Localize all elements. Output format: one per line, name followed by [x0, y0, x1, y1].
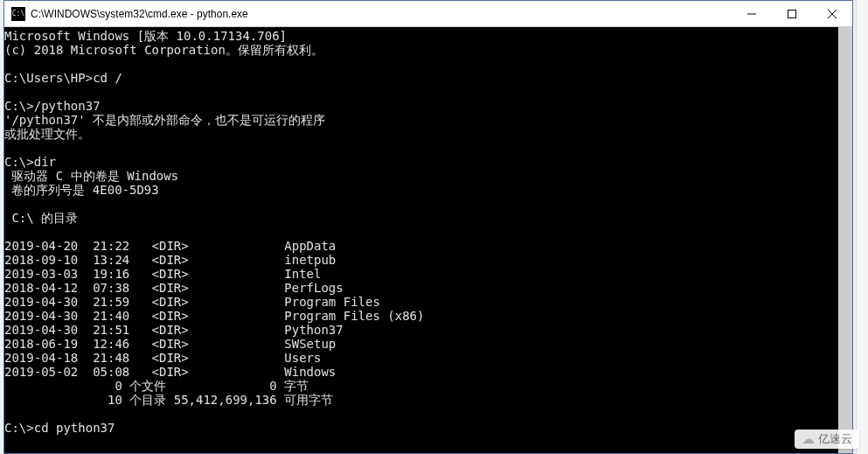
close-icon	[828, 10, 837, 18]
cloud-icon: ☁	[802, 431, 815, 447]
titlebar[interactable]: C:\ C:\WINDOWS\system32\cmd.exe - python…	[4, 1, 852, 27]
minimize-button[interactable]	[732, 1, 772, 26]
minimize-icon	[747, 10, 756, 18]
window-title: C:\WINDOWS\system32\cmd.exe - python.exe	[31, 8, 732, 20]
svg-rect-1	[788, 10, 796, 17]
terminal-container: Microsoft Windows [版本 10.0.17134.706] (c…	[4, 27, 852, 453]
cmd-window: C:\ C:\WINDOWS\system32\cmd.exe - python…	[3, 0, 853, 454]
close-button[interactable]	[812, 1, 852, 26]
watermark-text: 亿速云	[818, 431, 852, 447]
watermark-badge: ☁ 亿速云	[795, 430, 859, 449]
app-icon: C:\	[11, 7, 25, 21]
scrollbar-thumb[interactable]	[838, 27, 852, 453]
maximize-icon	[788, 10, 796, 18]
maximize-button[interactable]	[772, 1, 812, 26]
window-controls	[732, 1, 852, 26]
scrollbar[interactable]	[838, 27, 852, 453]
terminal-output[interactable]: Microsoft Windows [版本 10.0.17134.706] (c…	[4, 27, 838, 453]
